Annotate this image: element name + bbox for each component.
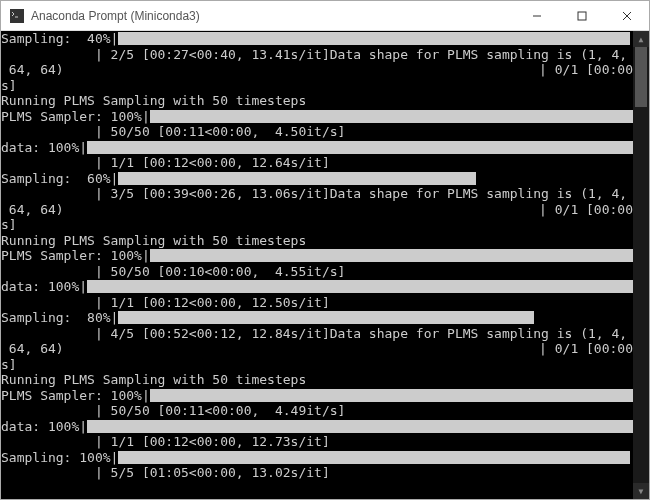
minimize-button[interactable] bbox=[514, 1, 559, 31]
terminal-line: s] bbox=[1, 217, 633, 233]
terminal-line: PLMS Sampler: 100%| bbox=[1, 109, 633, 125]
terminal-line: | 1/1 [00:12<00:00, 12.64s/it] bbox=[1, 155, 633, 171]
terminal-line: 64, 64)| 0/1 [00:00 bbox=[1, 202, 633, 218]
close-button[interactable] bbox=[604, 1, 649, 31]
terminal-line: | 1/1 [00:12<00:00, 12.50s/it] bbox=[1, 295, 633, 311]
scroll-up-icon[interactable]: ▲ bbox=[633, 31, 649, 47]
terminal-line: | 50/50 [00:11<00:00, 4.50it/s] bbox=[1, 124, 633, 140]
terminal-line: data: 100%| bbox=[1, 419, 633, 435]
terminal-line: | 50/50 [00:10<00:00, 4.55it/s] bbox=[1, 264, 633, 280]
terminal-line: PLMS Sampler: 100%| bbox=[1, 388, 633, 404]
app-window: Anaconda Prompt (Miniconda3) Sampling: 4… bbox=[0, 0, 650, 500]
terminal-line: 64, 64)| 0/1 [00:00 bbox=[1, 62, 633, 78]
maximize-button[interactable] bbox=[559, 1, 604, 31]
terminal-line: Sampling: 100%| bbox=[1, 450, 633, 466]
terminal-line: Running PLMS Sampling with 50 timesteps bbox=[1, 93, 633, 109]
terminal-line: Sampling: 40%| bbox=[1, 31, 633, 47]
terminal-line: | 50/50 [00:11<00:00, 4.49it/s] bbox=[1, 403, 633, 419]
scroll-thumb[interactable] bbox=[635, 47, 647, 107]
window-controls bbox=[514, 1, 649, 31]
terminal-line: Sampling: 80%| bbox=[1, 310, 633, 326]
terminal-line: s] bbox=[1, 357, 633, 373]
terminal-line: Sampling: 60%| bbox=[1, 171, 633, 187]
terminal-content: Sampling: 40%| | 2/5 [00:27<00:40, 13.41… bbox=[1, 31, 633, 499]
terminal-line: | 5/5 [01:05<00:00, 13.02s/it] bbox=[1, 465, 633, 481]
terminal-line: data: 100%| bbox=[1, 279, 633, 295]
terminal-line: PLMS Sampler: 100%| bbox=[1, 248, 633, 264]
terminal-line: | 1/1 [00:12<00:00, 12.73s/it] bbox=[1, 434, 633, 450]
terminal-line: | 3/5 [00:39<00:26, 13.06s/it]Data shape… bbox=[1, 186, 633, 202]
terminal-line: Running PLMS Sampling with 50 timesteps bbox=[1, 372, 633, 388]
scrollbar[interactable]: ▲ ▼ bbox=[633, 31, 649, 499]
terminal-line: 64, 64)| 0/1 [00:00 bbox=[1, 341, 633, 357]
terminal-line: data: 100%| bbox=[1, 140, 633, 156]
terminal[interactable]: Sampling: 40%| | 2/5 [00:27<00:40, 13.41… bbox=[1, 31, 649, 499]
terminal-line: Running PLMS Sampling with 50 timesteps bbox=[1, 233, 633, 249]
titlebar: Anaconda Prompt (Miniconda3) bbox=[1, 1, 649, 31]
terminal-line: | 2/5 [00:27<00:40, 13.41s/it]Data shape… bbox=[1, 47, 633, 63]
terminal-line: | 4/5 [00:52<00:12, 12.84s/it]Data shape… bbox=[1, 326, 633, 342]
app-icon bbox=[9, 8, 25, 24]
terminal-line: s] bbox=[1, 78, 633, 94]
scroll-down-icon[interactable]: ▼ bbox=[633, 483, 649, 499]
window-title: Anaconda Prompt (Miniconda3) bbox=[31, 9, 514, 23]
svg-rect-3 bbox=[578, 12, 586, 20]
